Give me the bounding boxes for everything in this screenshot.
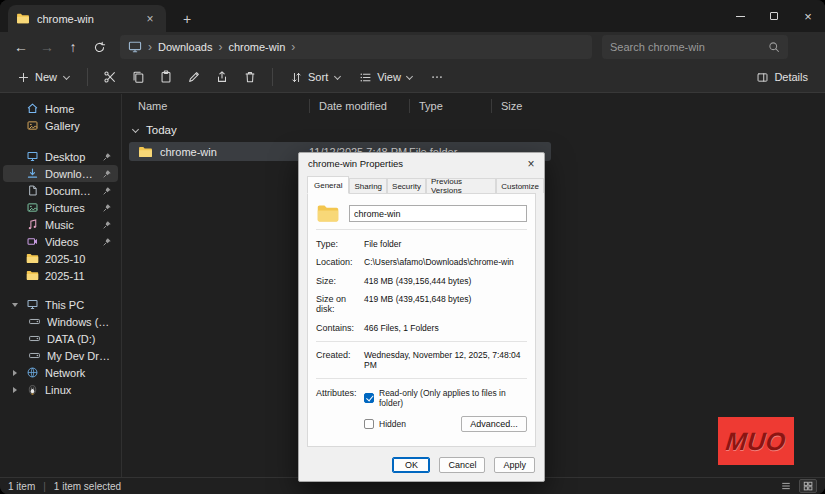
expander-icon[interactable] bbox=[11, 370, 19, 376]
forward-button[interactable]: → bbox=[34, 35, 60, 59]
breadcrumb-downloads[interactable]: Downloads bbox=[158, 41, 212, 53]
tab-previous-versions[interactable]: Previous Versions bbox=[426, 178, 496, 193]
refresh-button[interactable] bbox=[86, 35, 112, 59]
cut-icon bbox=[103, 70, 117, 84]
chevron-down-icon bbox=[333, 73, 341, 81]
close-button[interactable]: × bbox=[791, 0, 825, 32]
tab-customize[interactable]: Customize bbox=[496, 178, 544, 193]
cut-button[interactable] bbox=[98, 65, 122, 89]
collapse-chevron-icon[interactable] bbox=[131, 126, 139, 134]
advanced-button[interactable]: Advanced... bbox=[461, 416, 527, 432]
group-header-today[interactable]: Today bbox=[131, 120, 825, 140]
breadcrumb-chevron-icon[interactable]: › bbox=[218, 41, 222, 53]
sidebar-item-desktop[interactable]: Desktop bbox=[3, 148, 118, 165]
details-button-label: Details bbox=[774, 71, 808, 83]
title-bar: chrome-win × + × bbox=[0, 0, 825, 32]
folder-icon bbox=[16, 13, 30, 24]
folder-icon bbox=[138, 146, 153, 158]
column-header-size[interactable]: Size bbox=[491, 99, 551, 113]
toolbar-separator bbox=[272, 68, 273, 86]
maximize-button[interactable] bbox=[757, 0, 791, 32]
breadcrumb[interactable]: › Downloads › chrome-win › bbox=[120, 35, 592, 59]
sidebar-item-music[interactable]: Music bbox=[3, 216, 118, 233]
property-row-created: Created: Wednesday, November 12, 2025, 7… bbox=[316, 346, 527, 375]
details-button[interactable]: Details bbox=[749, 65, 815, 89]
sidebar-item-pictures[interactable]: Pictures bbox=[3, 199, 118, 216]
breadcrumb-chevron-icon[interactable]: › bbox=[291, 41, 295, 53]
tab-security[interactable]: Security bbox=[387, 178, 426, 193]
copy-button[interactable] bbox=[126, 65, 150, 89]
tab-sharing[interactable]: Sharing bbox=[349, 178, 387, 193]
paste-icon bbox=[159, 70, 173, 84]
drive-icon bbox=[27, 315, 41, 329]
column-header-date-modified[interactable]: Date modified bbox=[309, 99, 409, 113]
hidden-checkbox[interactable] bbox=[364, 419, 374, 429]
rename-button[interactable] bbox=[182, 65, 206, 89]
breadcrumb-chevron-icon[interactable]: › bbox=[148, 41, 152, 53]
dialog-title: chrome-win Properties bbox=[308, 158, 403, 169]
drive-icon bbox=[27, 349, 41, 363]
details-view-toggle[interactable] bbox=[777, 479, 795, 493]
folder-icon bbox=[25, 252, 39, 266]
sort-button[interactable]: Sort bbox=[283, 65, 348, 89]
new-tab-button[interactable]: + bbox=[176, 9, 198, 29]
back-button[interactable]: ← bbox=[8, 35, 34, 59]
dialog-close-button[interactable]: × bbox=[518, 153, 544, 174]
expander-icon[interactable] bbox=[11, 387, 19, 393]
sidebar-item-linux[interactable]: Linux bbox=[3, 381, 118, 398]
cancel-button[interactable]: Cancel bbox=[439, 457, 485, 473]
sidebar-item-network[interactable]: Network bbox=[3, 364, 118, 381]
sidebar-item-documents[interactable]: Documents bbox=[3, 182, 118, 199]
more-options-button[interactable] bbox=[425, 65, 449, 89]
column-header-type[interactable]: Type bbox=[409, 99, 491, 113]
sort-button-label: Sort bbox=[308, 71, 328, 83]
paste-button[interactable] bbox=[154, 65, 178, 89]
sidebar-item-data-d[interactable]: DATA (D:) bbox=[3, 330, 118, 347]
new-button[interactable]: New bbox=[10, 65, 77, 89]
ok-button[interactable]: OK bbox=[392, 457, 430, 473]
copy-icon bbox=[131, 70, 145, 84]
explorer-tab[interactable]: chrome-win × bbox=[8, 5, 166, 32]
search-input[interactable] bbox=[610, 41, 768, 53]
folder-name-input[interactable] bbox=[349, 205, 527, 222]
breadcrumb-chrome-win[interactable]: chrome-win bbox=[228, 41, 285, 53]
music-icon bbox=[25, 218, 39, 232]
pin-icon bbox=[102, 186, 112, 196]
view-button[interactable]: View bbox=[352, 65, 421, 89]
sidebar-item-home[interactable]: Home bbox=[3, 100, 118, 117]
expander-icon[interactable] bbox=[11, 303, 19, 307]
properties-dialog: chrome-win Properties × General Sharing … bbox=[298, 152, 545, 482]
hidden-row: Hidden Advanced... bbox=[364, 416, 527, 432]
pin-icon bbox=[102, 220, 112, 230]
search-box[interactable] bbox=[602, 35, 788, 59]
delete-button[interactable] bbox=[238, 65, 262, 89]
this-pc-icon bbox=[128, 41, 142, 53]
sidebar-item-2025-11[interactable]: 2025-11 bbox=[3, 267, 118, 284]
tab-close-icon[interactable]: × bbox=[142, 12, 158, 26]
sidebar-item-videos[interactable]: Videos bbox=[3, 233, 118, 250]
sidebar-item-downloads[interactable]: Downloads bbox=[3, 165, 118, 182]
plus-icon bbox=[17, 71, 30, 84]
sidebar-item-2025-10[interactable]: 2025-10 bbox=[3, 250, 118, 267]
sidebar-item-gallery[interactable]: Gallery bbox=[3, 117, 118, 134]
item-count-text: 1 item bbox=[8, 481, 35, 492]
gallery-icon bbox=[25, 119, 39, 133]
linux-icon bbox=[25, 383, 39, 397]
tab-general[interactable]: General bbox=[307, 176, 349, 194]
column-header-name[interactable]: Name bbox=[129, 99, 309, 113]
this-pc-icon bbox=[25, 298, 39, 312]
minimize-button[interactable] bbox=[723, 0, 757, 32]
up-button[interactable]: ↑ bbox=[60, 35, 86, 59]
sidebar-item-windows-c[interactable]: Windows (C:) bbox=[3, 313, 118, 330]
minimize-icon bbox=[736, 16, 745, 17]
thumbnail-view-toggle[interactable] bbox=[799, 479, 817, 493]
share-button[interactable] bbox=[210, 65, 234, 89]
readonly-checkbox[interactable] bbox=[364, 393, 374, 403]
readonly-row: Read-only (Only applies to files in fold… bbox=[364, 388, 527, 408]
apply-button[interactable]: Apply bbox=[494, 457, 535, 473]
sidebar-item-dev-drive-e[interactable]: My Dev Drive (E:) bbox=[3, 347, 118, 364]
home-icon bbox=[25, 102, 39, 116]
sidebar-item-this-pc[interactable]: This PC bbox=[3, 296, 118, 313]
file-name: chrome-win bbox=[160, 146, 217, 158]
muo-watermark-logo: MUO bbox=[718, 417, 794, 465]
